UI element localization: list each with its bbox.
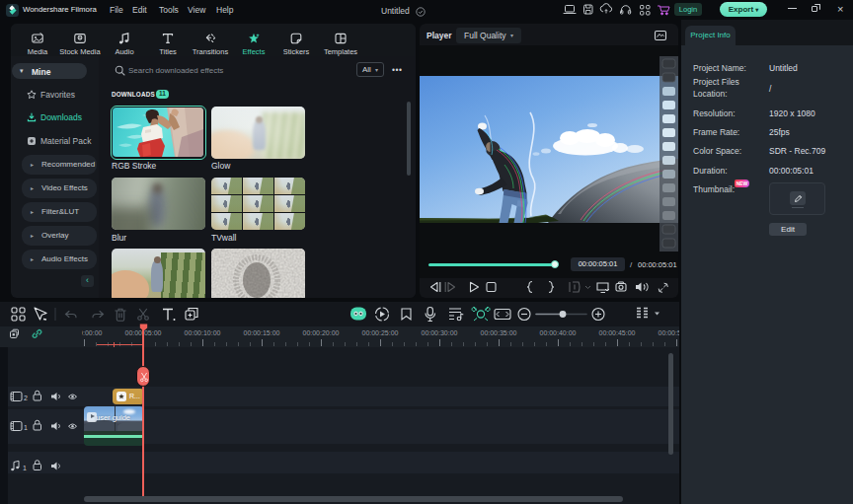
- svg-text:1: 1: [24, 424, 28, 431]
- svg-text:2: 2: [24, 395, 28, 401]
- svg-text:1: 1: [23, 465, 27, 471]
